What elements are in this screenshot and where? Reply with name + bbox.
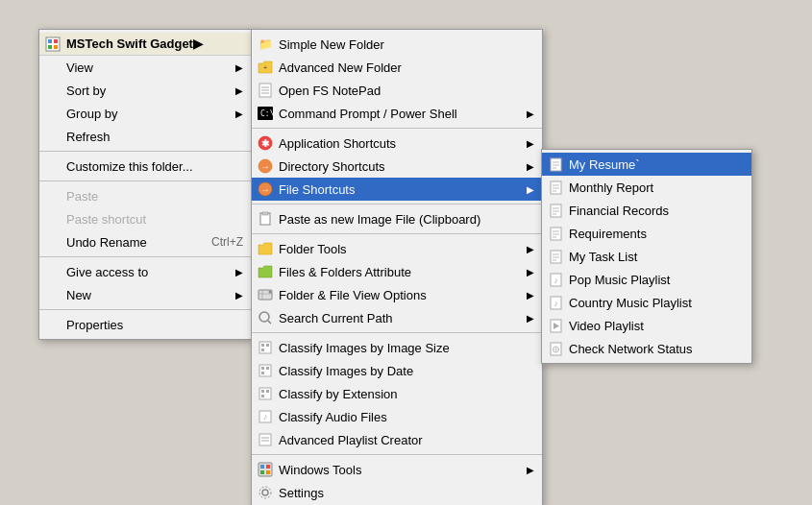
adv-folder-label: Advanced New Folder bbox=[279, 60, 402, 75]
separator-3 bbox=[39, 256, 251, 257]
classify-ext-icon bbox=[256, 384, 275, 403]
dir-arrow: ▶ bbox=[511, 161, 534, 172]
video-playlist-label: Video Playlist bbox=[569, 319, 644, 333]
svg-point-24 bbox=[259, 312, 269, 322]
menu-item-adv-folder[interactable]: + Advanced New Folder bbox=[252, 56, 542, 79]
files-attr-label: Files & Folders Attribute bbox=[279, 265, 411, 279]
menu-item-paste[interactable]: Paste bbox=[39, 184, 251, 207]
svg-rect-35 bbox=[261, 390, 264, 393]
undo-rename-label: Undo Rename bbox=[66, 235, 147, 250]
menu-header: MSTech Swift Gadget ▶ bbox=[39, 33, 251, 56]
folder-view-label: Folder & File View Options bbox=[279, 288, 427, 302]
app-shortcuts-label: Application Shortcuts bbox=[279, 136, 396, 151]
menu-header-label: MSTech Swift Gadget bbox=[66, 36, 193, 51]
menu-item-cmd[interactable]: C:\ Command Prompt / Power Shell ▶ bbox=[252, 102, 542, 125]
svg-rect-36 bbox=[266, 390, 269, 393]
submenu[interactable]: 📁 Simple New Folder + Advanced New Folde… bbox=[251, 29, 543, 505]
menu-item-requirements[interactable]: Requirements bbox=[542, 222, 751, 245]
svg-rect-29 bbox=[261, 349, 264, 351]
menu-item-view[interactable]: View ▶ bbox=[39, 56, 251, 79]
menu-item-paste-image[interactable]: Paste as new Image File (Clipboard) bbox=[252, 207, 542, 230]
menu-item-files-attr[interactable]: Files & Folders Attribute ▶ bbox=[252, 260, 542, 283]
dir-icon: → bbox=[256, 156, 275, 176]
menu-item-check-network[interactable]: Check Network Status bbox=[542, 337, 751, 360]
menu-item-my-resume[interactable]: My Resume` bbox=[542, 153, 751, 176]
search-path-icon bbox=[256, 308, 275, 327]
cmd-label: Command Prompt / Power Shell bbox=[279, 107, 457, 121]
menu-item-give-access[interactable]: Give access to ▶ bbox=[39, 260, 251, 283]
file-icon: → bbox=[256, 180, 275, 199]
menu-item-classify-img-date[interactable]: Classify Images by Date bbox=[252, 359, 542, 382]
svg-rect-2 bbox=[54, 39, 58, 43]
folder-view-icon bbox=[256, 285, 275, 304]
menu-item-notepad[interactable]: Open FS NotePad bbox=[252, 79, 542, 102]
notepad-label: Open FS NotePad bbox=[279, 84, 381, 98]
menu-item-classify-audio[interactable]: ♪ Classify Audio Files bbox=[252, 405, 542, 428]
menu-item-undo-rename[interactable]: Undo Rename Ctrl+Z bbox=[39, 230, 251, 253]
paste-label: Paste bbox=[66, 189, 98, 204]
menu-item-app-shortcuts[interactable]: ✱ Application Shortcuts ▶ bbox=[252, 132, 542, 155]
svg-rect-66 bbox=[551, 251, 561, 263]
file-shortcuts-submenu[interactable]: My Resume` Monthly Report Financial Reco… bbox=[541, 149, 752, 364]
menu-item-properties[interactable]: Properties bbox=[39, 313, 251, 336]
svg-rect-37 bbox=[261, 395, 264, 397]
svg-rect-3 bbox=[48, 45, 52, 49]
menu-item-simple-folder[interactable]: 📁 Simple New Folder bbox=[252, 33, 542, 56]
svg-text:C:\: C:\ bbox=[260, 109, 273, 118]
menu-item-financial-records[interactable]: Financial Records bbox=[542, 199, 751, 222]
svg-rect-54 bbox=[551, 181, 561, 194]
menu-item-classify-img-size[interactable]: Classify Images by Image Size bbox=[252, 336, 542, 359]
menu-item-folder-view[interactable]: Folder & File View Options ▶ bbox=[252, 283, 542, 306]
win-tools-arrow: ▶ bbox=[511, 465, 534, 475]
group-by-label: Group by bbox=[66, 107, 117, 121]
new-label: New bbox=[66, 288, 91, 302]
menu-item-settings[interactable]: Settings bbox=[252, 481, 542, 504]
menu-item-monthly-report[interactable]: Monthly Report bbox=[542, 176, 751, 199]
classify-img-size-label: Classify Images by Image Size bbox=[279, 341, 450, 355]
folder-tools-icon bbox=[256, 239, 275, 258]
doc-icon-network bbox=[546, 339, 565, 358]
mstech-icon bbox=[43, 35, 62, 54]
svg-rect-32 bbox=[266, 367, 269, 370]
menu-item-win-tools[interactable]: Windows Tools ▶ bbox=[252, 458, 542, 481]
svg-text:♪: ♪ bbox=[263, 412, 268, 421]
app-icon: ✱ bbox=[256, 133, 275, 153]
svg-rect-28 bbox=[266, 344, 269, 347]
menu-item-pop-music[interactable]: ♪ Pop Music Playlist bbox=[542, 268, 751, 291]
refresh-label: Refresh bbox=[66, 130, 111, 144]
svg-rect-30 bbox=[259, 365, 271, 376]
menu-item-video-playlist[interactable]: Video Playlist bbox=[542, 314, 751, 337]
menu-item-paste-shortcut[interactable]: Paste shortcut bbox=[39, 207, 251, 230]
svg-rect-47 bbox=[266, 470, 270, 474]
settings-icon bbox=[256, 483, 275, 502]
menu-item-refresh[interactable]: Refresh bbox=[39, 125, 251, 148]
app-arrow: ▶ bbox=[511, 138, 534, 149]
menu-item-new[interactable]: New ▶ bbox=[39, 283, 251, 306]
svg-text:→: → bbox=[260, 184, 270, 195]
menu-item-classify-ext[interactable]: Classify by Extension bbox=[252, 382, 542, 405]
view-label: View bbox=[66, 60, 93, 75]
menu-item-adv-playlist[interactable]: Advanced Playlist Creator bbox=[252, 428, 542, 451]
svg-rect-58 bbox=[551, 204, 561, 217]
give-access-arrow: ▶ bbox=[220, 267, 243, 277]
menu-item-customize[interactable]: Customize this folder... bbox=[39, 155, 251, 178]
context-menu[interactable]: MSTech Swift Gadget ▶ View ▶ Sort by ▶ G… bbox=[38, 29, 252, 340]
menu-item-group-by[interactable]: Group by ▶ bbox=[39, 102, 251, 125]
menu-item-dir-shortcuts[interactable]: → Directory Shortcuts ▶ bbox=[252, 155, 542, 178]
menu-item-country-music[interactable]: ♪ Country Music Playlist bbox=[542, 291, 751, 314]
settings-label: Settings bbox=[279, 486, 324, 500]
check-network-label: Check Network Status bbox=[569, 342, 693, 356]
folder-adv-icon: + bbox=[256, 58, 275, 77]
folder-view-arrow: ▶ bbox=[511, 290, 534, 301]
menu-item-folder-tools[interactable]: Folder Tools ▶ bbox=[252, 237, 542, 260]
menu-item-sort-by[interactable]: Sort by ▶ bbox=[39, 79, 251, 102]
file-arrow: ▶ bbox=[511, 184, 534, 195]
menu-item-my-task-list[interactable]: My Task List bbox=[542, 245, 751, 268]
classify-ext-label: Classify by Extension bbox=[279, 387, 398, 401]
doc-icon-pop: ♪ bbox=[546, 270, 565, 289]
menu-item-file-shortcuts[interactable]: → File Shortcuts ▶ bbox=[252, 178, 542, 201]
svg-text:✱: ✱ bbox=[261, 138, 270, 149]
svg-line-25 bbox=[268, 321, 271, 324]
doc-icon-monthly bbox=[546, 178, 565, 197]
menu-item-search-path[interactable]: Search Current Path ▶ bbox=[252, 306, 542, 329]
